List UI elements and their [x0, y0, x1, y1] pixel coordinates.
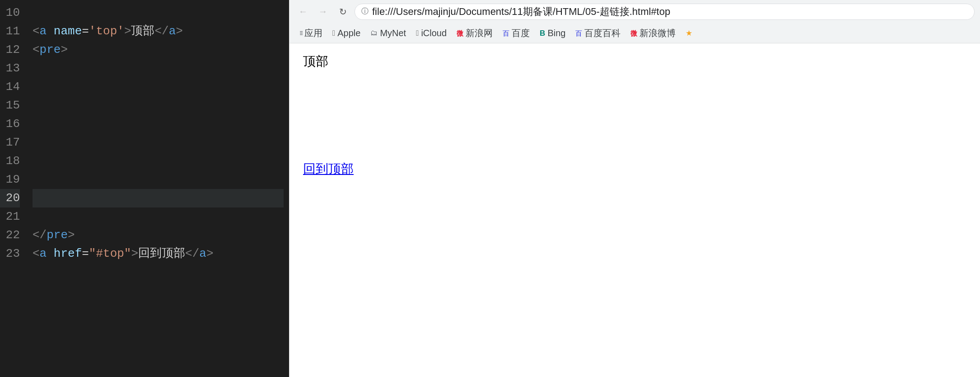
bookmark-mynet[interactable]: 🗂MyNet — [366, 25, 411, 41]
line-number: 10 — [0, 4, 20, 22]
back-button[interactable]: ← — [295, 4, 311, 20]
code-line — [33, 96, 284, 115]
bookmark-label-mynet: MyNet — [380, 28, 406, 38]
refresh-button[interactable]: ↻ — [335, 4, 351, 20]
line-number: 12 — [0, 41, 20, 59]
code-line — [33, 170, 284, 189]
line-number: 11 — [0, 22, 20, 41]
line-number: 22 — [0, 226, 20, 245]
line-number: 18 — [0, 152, 20, 170]
sina-favicon: 微 — [457, 30, 463, 37]
url-text: file:///Users/majinju/Documents/11期备课/HT… — [372, 5, 670, 19]
editor-pane: 1011121314151617181920212223 <a name='to… — [0, 0, 289, 377]
apple-favicon:  — [332, 29, 335, 37]
browser-pane: ← → ↻ ⓘ file:///Users/majinju/Documents/… — [289, 0, 980, 377]
bookmark-icloud[interactable]: iCloud — [411, 25, 451, 41]
baidubaike-favicon: 百 — [575, 30, 582, 37]
code-line — [33, 207, 284, 226]
bookmark-label-baidu: 百度 — [512, 27, 530, 39]
bing-favicon: B — [540, 29, 545, 37]
apps-favicon: ⁝⁝⁝ — [299, 30, 302, 36]
line-number: 17 — [0, 133, 20, 152]
browser-toolbar: ← → ↻ ⓘ file:///Users/majinju/Documents/… — [289, 0, 980, 23]
bookmark-label-bing: Bing — [547, 28, 565, 38]
line-number: 23 — [0, 245, 20, 263]
bookmarks-bar: ⁝⁝⁝应用Apple🗂MyNetiCloud微新浪网百百度BBing百百度百… — [289, 23, 980, 43]
line-number: 16 — [0, 115, 20, 133]
code-line — [33, 189, 284, 207]
back-to-top-link[interactable]: 回到顶部 — [303, 160, 966, 178]
code-line: <a name='top'>顶部</a> — [33, 22, 284, 41]
bookmark-label-weibo: 新浪微博 — [639, 27, 676, 39]
code-line — [33, 4, 284, 22]
bookmark-baidu[interactable]: 百百度 — [498, 25, 534, 41]
mynet-favicon: 🗂 — [370, 29, 378, 37]
bookmark-apple[interactable]: Apple — [328, 25, 365, 41]
security-icon: ⓘ — [361, 7, 369, 16]
bookmark-bing[interactable]: BBing — [535, 25, 570, 41]
line-numbers: 1011121314151617181920212223 — [0, 0, 27, 377]
weibo-favicon: 微 — [630, 30, 637, 37]
bookmark-star[interactable]: ★ — [681, 25, 697, 41]
code-line — [33, 152, 284, 170]
line-number: 19 — [0, 170, 20, 189]
bookmark-label-sina: 新浪网 — [466, 27, 493, 39]
line-number: 20 — [0, 189, 20, 207]
page-top-text: 顶部 — [303, 52, 966, 70]
line-number: 13 — [0, 59, 20, 78]
bookmark-weibo[interactable]: 微新浪微博 — [626, 25, 680, 41]
line-number: 21 — [0, 207, 20, 226]
line-number: 14 — [0, 78, 20, 96]
bookmark-apps[interactable]: ⁝⁝⁝应用 — [295, 25, 327, 41]
bookmark-label-baidubaike: 百度百科 — [584, 27, 621, 39]
code-line — [33, 78, 284, 96]
code-content: <a name='top'>顶部</a><pre></pre><a href="… — [27, 0, 289, 377]
address-bar[interactable]: ⓘ file:///Users/majinju/Documents/11期备课/… — [355, 4, 975, 20]
bookmark-sina[interactable]: 微新浪网 — [452, 25, 497, 41]
bookmark-label-apps: 应用 — [304, 27, 322, 39]
forward-button[interactable]: → — [315, 4, 331, 20]
star-favicon: ★ — [686, 29, 692, 37]
code-line — [33, 115, 284, 133]
icloud-favicon:  — [416, 29, 419, 37]
bookmark-label-icloud: iCloud — [421, 28, 447, 38]
line-number: 15 — [0, 96, 20, 115]
code-line: <a href="#top">回到顶部</a> — [33, 245, 284, 263]
code-line — [33, 133, 284, 152]
browser-viewport: 顶部 回到顶部 — [289, 43, 980, 377]
code-line: <pre> — [33, 41, 284, 59]
bookmark-label-apple: Apple — [337, 28, 360, 38]
baidu-favicon: 百 — [503, 30, 509, 37]
browser-chrome: ← → ↻ ⓘ file:///Users/majinju/Documents/… — [289, 0, 980, 43]
bookmark-baidubaike[interactable]: 百百度百科 — [571, 25, 625, 41]
code-line — [33, 59, 284, 78]
code-area: 1011121314151617181920212223 <a name='to… — [0, 0, 289, 377]
code-line: </pre> — [33, 226, 284, 245]
